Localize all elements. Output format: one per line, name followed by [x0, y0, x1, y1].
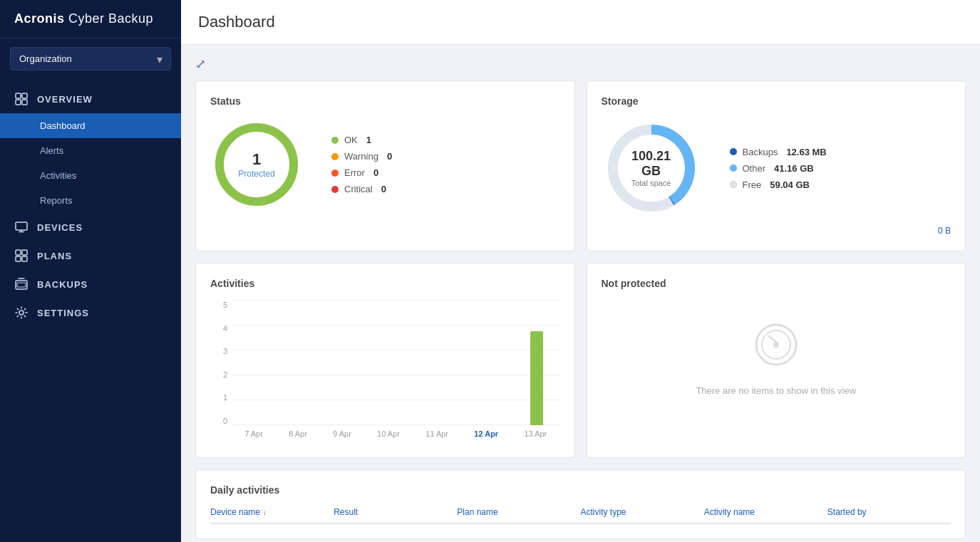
svg-line-20: [769, 336, 776, 342]
y-label-4: 4: [210, 324, 230, 333]
bar-13apr: [530, 331, 543, 425]
expand-button[interactable]: ⤢: [195, 56, 206, 72]
storage-card-title: Storage: [602, 95, 951, 107]
col-activity-type-label: Activity type: [581, 507, 626, 517]
bars-container: [232, 301, 560, 425]
not-protected-title: Not protected: [602, 278, 951, 289]
col-result[interactable]: Result: [334, 507, 457, 517]
col-plan-name[interactable]: Plan name: [457, 507, 580, 517]
activities-chart: 0 1 2 3 4 5: [210, 301, 560, 443]
status-legend: OK 1 Warning 0 Error 0: [331, 135, 392, 194]
storage-center-label: Total space: [626, 179, 676, 187]
x-label-11apr: 11 Apr: [425, 429, 448, 438]
status-donut-center: 1 Protected: [238, 150, 274, 179]
nav-group-overview[interactable]: OVERVIEW: [0, 85, 181, 113]
svg-rect-8: [22, 256, 27, 261]
sidebar-item-alerts[interactable]: Alerts: [0, 138, 181, 163]
nav-group-devices[interactable]: DEVICES: [0, 213, 181, 241]
y-label-3: 3: [210, 347, 230, 355]
legend-error: Error 0: [331, 167, 392, 178]
org-dropdown-wrap[interactable]: Organization: [10, 47, 171, 71]
backups-label: Backups: [743, 147, 778, 157]
other-label: Other: [743, 163, 766, 174]
app-logo: Acronis Cyber Backup: [0, 0, 181, 38]
storage-center-size: 100.21 GB: [626, 149, 676, 179]
svg-rect-4: [16, 222, 27, 230]
storage-legend-backups: Backups 12.63 MB: [730, 147, 827, 157]
cards-row-1: Status 1 Protected: [195, 80, 966, 251]
col-started-by[interactable]: Started by: [827, 507, 951, 517]
storage-legend-free: Free 59.04 GB: [730, 179, 827, 190]
y-labels: 0 1 2 3 4 5: [210, 301, 230, 425]
sidebar-item-dashboard[interactable]: Dashboard: [0, 113, 181, 138]
svg-rect-1: [22, 93, 27, 98]
col-device-name-label: Device name: [210, 507, 260, 517]
nav-group-settings[interactable]: SETTINGS: [0, 298, 181, 327]
not-protected-card: Not protected There are no items to show…: [587, 263, 966, 458]
status-center-label: Protected: [238, 169, 274, 179]
x-label-13apr: 13 Apr: [524, 429, 547, 438]
status-center-num: 1: [238, 150, 274, 169]
daily-activities-title: Daily activities: [210, 484, 951, 496]
col-started-by-label: Started by: [827, 507, 867, 517]
storage-link[interactable]: 0 B: [938, 226, 951, 236]
nav-group-devices-label: DEVICES: [37, 222, 83, 233]
monitor-icon: [14, 220, 29, 234]
x-label-12apr: 12 Apr: [474, 429, 498, 438]
legend-critical: Critical 0: [331, 184, 392, 194]
col-activity-type[interactable]: Activity type: [581, 507, 704, 517]
x-label-10apr: 10 Apr: [377, 429, 400, 438]
ok-value: 1: [366, 135, 371, 145]
nav-group-settings-label: SETTINGS: [37, 308, 89, 318]
svg-rect-0: [16, 93, 21, 98]
nav-group-backups-label: BACKUPS: [37, 279, 88, 290]
critical-value: 0: [381, 184, 386, 194]
svg-rect-2: [16, 100, 21, 105]
svg-point-11: [19, 311, 24, 315]
warning-value: 0: [387, 151, 392, 162]
gear-icon: [14, 306, 29, 320]
cards-row-2: Activities 0 1 2 3 4 5: [195, 263, 966, 458]
free-dot: [730, 181, 737, 188]
sidebar-item-reports[interactable]: Reports: [0, 188, 181, 213]
empty-gauge-icon: [753, 322, 799, 377]
main-area: Dashboard ⤢ Status: [181, 0, 980, 542]
activities-card-title: Activities: [210, 278, 560, 289]
x-label-9apr: 9 Apr: [333, 429, 351, 438]
page-title: Dashboard: [198, 13, 275, 31]
other-dot: [730, 165, 737, 172]
daily-activities-card: Daily activities Device name ↓ Result Pl…: [195, 469, 966, 539]
nav-group-plans-label: PLANS: [37, 251, 72, 261]
free-value: 59.04 GB: [770, 179, 810, 190]
ok-label: OK: [344, 135, 358, 145]
critical-dot: [331, 186, 339, 193]
plans-icon: [14, 249, 29, 263]
storage-donut: 100.21 GB Total space: [602, 118, 701, 218]
error-value: 0: [373, 167, 378, 178]
nav-group-backups[interactable]: BACKUPS: [0, 270, 181, 298]
main-content: ⤢ Status 1 Pro: [181, 45, 980, 542]
page-header: Dashboard: [181, 0, 980, 45]
col-result-label: Result: [334, 507, 358, 517]
error-dot: [331, 170, 339, 177]
sidebar-item-activities[interactable]: Activities: [0, 163, 181, 188]
grid-icon: [14, 92, 29, 106]
not-protected-empty-text: There are no items to show in this view: [696, 385, 856, 396]
svg-rect-7: [16, 256, 21, 261]
app-product: Cyber Backup: [65, 11, 154, 26]
backups-icon: [14, 277, 29, 291]
nav-group-plans[interactable]: PLANS: [0, 241, 181, 270]
org-dropdown[interactable]: Organization: [10, 47, 171, 71]
col-activity-name[interactable]: Activity name: [704, 507, 827, 517]
chart-area: 0 1 2 3 4 5: [210, 301, 560, 425]
y-label-5: 5: [210, 301, 230, 309]
app-brand: Acronis: [14, 11, 65, 26]
storage-donut-center: 100.21 GB Total space: [626, 149, 676, 187]
col-device-name[interactable]: Device name ↓: [210, 507, 334, 517]
y-label-2: 2: [210, 370, 230, 379]
backups-dot: [730, 148, 737, 155]
x-label-8apr: 8 Apr: [289, 429, 307, 438]
legend-warning: Warning 0: [331, 151, 392, 162]
sort-down-icon: ↓: [263, 509, 267, 516]
y-label-0: 0: [210, 417, 230, 425]
